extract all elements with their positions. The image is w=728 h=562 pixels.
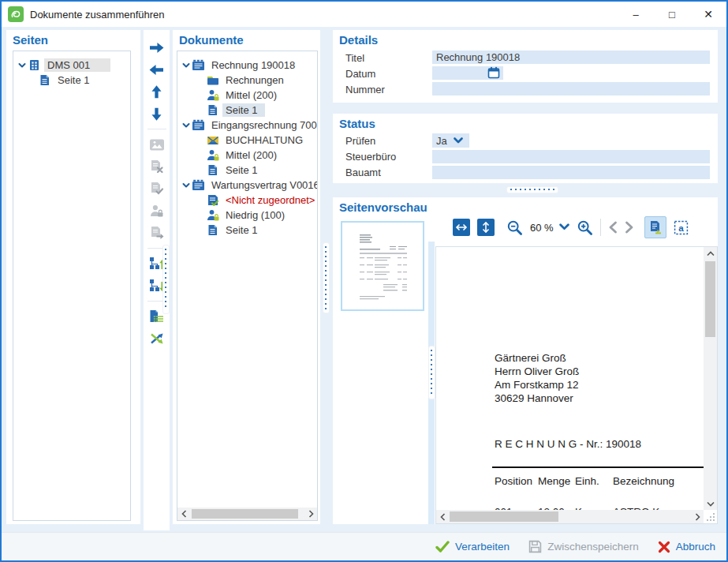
- chevron-down-icon: [454, 137, 463, 144]
- col-einh: Einh.: [575, 475, 613, 487]
- details-panel: Details Titel Rechnung 190018 Datum Numm…: [333, 30, 718, 103]
- tree-row-document[interactable]: Rechnung 190018: [177, 58, 317, 73]
- tree-row-priority[interactable]: Niedrig (100): [177, 208, 317, 223]
- title-bar[interactable]: Dokumente zusammenführen – □ ✕: [2, 2, 726, 27]
- tree-row-document[interactable]: Eingangsrechnung 70023: [177, 118, 317, 133]
- next-page-button[interactable]: [625, 217, 634, 238]
- page-icon: [205, 104, 220, 117]
- text-selection-button[interactable]: a: [674, 217, 689, 238]
- col-menge: Menge: [538, 475, 575, 487]
- tree-row-dms[interactable]: DMS 001: [13, 58, 130, 73]
- fit-width-button[interactable]: [453, 217, 470, 238]
- tree-row-page[interactable]: Seite 1: [177, 163, 317, 178]
- move-left-button[interactable]: [146, 60, 168, 79]
- thumbnail-invoice-preview: [349, 228, 416, 304]
- abbruch-label: Abbruch: [676, 541, 715, 553]
- chevron-down-icon: [181, 182, 191, 189]
- tree-label: Mittel (200): [222, 88, 280, 102]
- tree-row-page[interactable]: Seite 1: [177, 223, 317, 238]
- close-button[interactable]: ✕: [690, 2, 726, 27]
- window-title: Dokumente zusammenführen: [30, 9, 165, 21]
- tree-row-priority[interactable]: Mittel (200): [177, 148, 317, 163]
- zwischenspeichern-button: Zwischenspeichern: [528, 540, 639, 553]
- move-down-button[interactable]: [146, 104, 168, 123]
- page-icon: [205, 224, 220, 237]
- fit-height-icon: [480, 221, 492, 234]
- tree-row-priority[interactable]: Mittel (200): [177, 88, 317, 103]
- tree-label: DMS 001: [44, 58, 110, 72]
- tree-row-seite[interactable]: Seite 1: [13, 73, 130, 88]
- previous-page-button[interactable]: [608, 217, 618, 238]
- invoice-table-header: Position Menge Einh. Bezeichnung: [495, 475, 674, 487]
- zoom-in-button[interactable]: [577, 217, 593, 238]
- document-node-icon: [191, 119, 206, 132]
- preview-area: Gärtnerei Groß Herrn Oliver Groß Am Fors…: [435, 246, 718, 524]
- zoom-level-dropdown[interactable]: 60 %: [530, 217, 569, 238]
- preview-horizontal-scrollbar[interactable]: [436, 510, 704, 523]
- chevron-down-icon: [17, 62, 27, 69]
- minimize-button[interactable]: –: [618, 2, 654, 27]
- seiten-panel: Seiten DMS 001 Seite 1: [6, 30, 140, 524]
- tree-horizontal-scrollbar[interactable]: [177, 508, 317, 520]
- merge-documents-button[interactable]: [146, 329, 168, 348]
- steuerbuero-label: Steuerbüro: [345, 151, 396, 163]
- approve-page-button-disabled: [146, 179, 168, 198]
- pruefen-dropdown[interactable]: Ja: [432, 133, 469, 148]
- scroll-left-icon[interactable]: [436, 510, 449, 523]
- page-thumbnail[interactable]: [341, 221, 424, 311]
- permissions-button-disabled: [146, 201, 168, 220]
- scroll-up-icon[interactable]: [704, 247, 717, 260]
- steuerbuero-field[interactable]: [432, 150, 710, 163]
- invoice-address-line: Am Forstkamp 12: [495, 379, 579, 391]
- move-right-button[interactable]: [146, 38, 168, 57]
- export-page-button-disabled: [146, 223, 168, 242]
- calendar-icon[interactable]: [487, 66, 500, 79]
- document-delete-icon: [150, 159, 164, 174]
- tree-label: Rechnung 190018: [208, 58, 298, 72]
- seiten-tree: DMS 001 Seite 1: [13, 51, 131, 521]
- datum-label: Datum: [345, 68, 375, 80]
- scrollbar-thumb[interactable]: [192, 509, 298, 519]
- arrow-right-icon: [148, 41, 165, 54]
- maximize-button[interactable]: □: [654, 2, 690, 27]
- status-panel: Status Prüfen Ja Steuerbüro Bauamt: [333, 114, 718, 183]
- zoom-in-icon: [577, 219, 593, 236]
- tree-row-register[interactable]: <Nicht zugeordnet>: [177, 193, 317, 208]
- scrollbar-thumb[interactable]: [450, 511, 558, 522]
- titel-field[interactable]: Rechnung 190018: [432, 51, 710, 64]
- tree-row-register[interactable]: BUCHHALTUNG: [177, 133, 317, 148]
- assign-check-icon: [205, 194, 220, 207]
- thumbnail-preview-splitter[interactable]: [428, 346, 435, 399]
- image-button-disabled: [146, 135, 168, 154]
- fit-height-button[interactable]: [477, 217, 495, 238]
- status-preview-splitter[interactable]: [506, 186, 558, 193]
- tree-label: Rechnungen: [222, 73, 287, 87]
- zoom-out-button[interactable]: [506, 217, 523, 238]
- preview-vertical-scrollbar[interactable]: [704, 247, 717, 510]
- verarbeiten-button[interactable]: Verarbeiten: [435, 541, 510, 553]
- status-heading: Status: [333, 114, 718, 130]
- tree-row-document[interactable]: Wartungsvertrag V00160: [177, 178, 317, 193]
- tree-label: Wartungsvertrag V00160: [208, 178, 318, 192]
- tree-label: Seite 1: [222, 223, 260, 237]
- page-preview-mode-button[interactable]: [644, 216, 666, 238]
- svg-text:a: a: [678, 222, 684, 232]
- scroll-right-icon[interactable]: [304, 508, 317, 520]
- check-icon: [435, 541, 450, 553]
- abbruch-button[interactable]: Abbruch: [658, 541, 715, 553]
- details-heading: Details: [333, 30, 718, 47]
- toolbar-splitter[interactable]: [162, 245, 170, 314]
- scrollbar-thumb[interactable]: [705, 261, 715, 337]
- scroll-left-icon[interactable]: [177, 508, 190, 520]
- vorschau-panel: Seitenvorschau: [333, 197, 718, 524]
- scroll-down-icon[interactable]: [704, 497, 717, 510]
- tree-label-unassigned: <Nicht zugeordnet>: [222, 193, 318, 207]
- resize-grip-icon[interactable]: [706, 512, 715, 522]
- tree-row-page[interactable]: Seite 1: [177, 103, 317, 118]
- bauamt-field[interactable]: [432, 166, 710, 179]
- main-splitter[interactable]: [323, 242, 330, 313]
- tree-row-register[interactable]: Rechnungen: [177, 73, 317, 88]
- scroll-right-icon[interactable]: [691, 510, 704, 523]
- nummer-field[interactable]: [432, 82, 710, 96]
- move-up-button[interactable]: [146, 82, 168, 101]
